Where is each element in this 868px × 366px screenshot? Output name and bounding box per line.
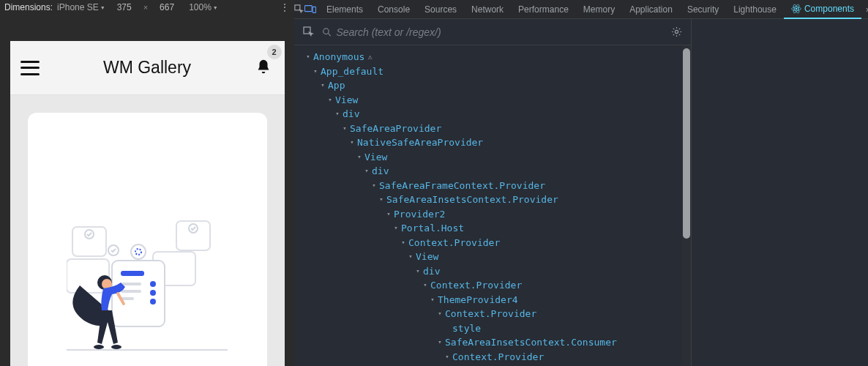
tab-label: Console [378, 4, 410, 15]
tab-lighthouse[interactable]: Lighthouse [726, 0, 784, 19]
tab-performance[interactable]: Performance [511, 0, 576, 19]
tab-application[interactable]: Application [622, 0, 680, 19]
tree-node-name: Provider2 [394, 207, 445, 222]
tree-node-name: Context.Provider [430, 278, 522, 293]
tree-caret-icon: ▾ [304, 50, 312, 64]
search-icon [322, 27, 332, 37]
tab-sources[interactable]: Sources [417, 0, 464, 19]
toggle-device-icon[interactable] [304, 0, 316, 19]
search-field[interactable] [322, 26, 663, 38]
hamburger-icon[interactable] [20, 61, 40, 75]
select-react-element-icon[interactable] [299, 22, 319, 42]
tab-components[interactable]: Components [784, 0, 861, 19]
tab-console[interactable]: Console [370, 0, 417, 19]
svg-point-16 [150, 299, 156, 305]
tree-node-name: Context.Provider [408, 236, 500, 250]
tree-node[interactable]: ▾Portal.Host [297, 221, 691, 236]
tree-node[interactable]: ▾View [297, 150, 691, 165]
tree-node[interactable]: ▾ThemeProvider4 [297, 293, 691, 307]
device-height-input[interactable]: 667 [152, 2, 182, 12]
svg-rect-1 [176, 221, 210, 250]
tree-node[interactable]: ▾div [297, 107, 691, 122]
tab-network[interactable]: Network [464, 0, 511, 19]
simulator-pane: WM Gallery 2 [0, 15, 294, 366]
tree-node-name: div [343, 107, 359, 122]
tree-caret-icon: ▾ [348, 135, 356, 150]
tree-caret-icon: ▾ [444, 350, 451, 365]
tab-label: Performance [518, 4, 569, 15]
tree-node[interactable]: ▾SafeAreaFrameContext.Provider [297, 179, 691, 193]
tree-caret-icon: ▾ [436, 335, 444, 350]
svg-point-14 [150, 281, 156, 287]
app-title: WM Gallery [103, 58, 191, 78]
zoom-select[interactable]: 100% ▼ [189, 2, 218, 12]
tree-caret-icon: ▾ [400, 236, 407, 250]
inspect-element-icon[interactable] [294, 0, 304, 19]
svg-rect-11 [121, 283, 141, 285]
tree-node[interactable]: ▾Anonymous⚠ [297, 50, 691, 64]
gear-icon[interactable] [666, 22, 686, 42]
tab-security[interactable]: Security [680, 0, 726, 19]
components-panel: ▾Anonymous⚠▾App_default▾App▾View▾div▾Saf… [294, 19, 691, 366]
notifications-button[interactable]: 2 [255, 58, 272, 78]
tree-caret-icon: ▾ [312, 64, 319, 79]
chevron-down-icon: ▼ [213, 5, 218, 10]
tree-node[interactable]: ▾SafeAreaInsetsContext.Consumer [297, 335, 691, 350]
svg-rect-10 [121, 271, 144, 276]
tree-caret-icon: ▾ [326, 93, 334, 108]
tree-caret-icon: ▾ [363, 164, 370, 179]
tree-node[interactable]: ▾App_default [297, 64, 691, 79]
scrollbar-thumb[interactable] [683, 48, 690, 239]
tree-caret-icon: ▾ [319, 78, 326, 93]
device-select[interactable]: iPhone SE ▼ [57, 2, 105, 12]
tree-node[interactable]: ▾Context.Provider [297, 350, 691, 365]
tree-caret-icon: ▾ [414, 264, 422, 279]
tree-caret-icon: ▾ [341, 122, 348, 136]
tree-caret-icon: ▾ [436, 307, 444, 321]
tab-elements[interactable]: Elements [319, 0, 370, 19]
tree-node[interactable]: ▾Provider2 [297, 207, 691, 222]
phone-frame: WM Gallery 2 [10, 41, 285, 366]
svg-point-15 [150, 290, 156, 296]
tab-label: Components [804, 4, 854, 14]
devtools-tabstrip: ElementsConsoleSourcesNetworkPerformance… [294, 0, 868, 19]
bell-icon [255, 58, 272, 75]
tree-node-name: Portal.Host [401, 221, 464, 236]
kebab-menu-icon[interactable]: ⋮ [280, 1, 290, 13]
tree-node[interactable]: ▾NativeSafeAreaProvider [297, 135, 691, 150]
tab-label: Network [471, 4, 504, 15]
tree-node-name: Context.Provider [445, 307, 536, 321]
search-input[interactable] [336, 26, 663, 38]
tree-node[interactable]: ▾Context.Provider [297, 307, 691, 321]
tree-caret-icon: ▾ [334, 107, 341, 122]
tree-node[interactable]: ▾SafeAreaProvider [297, 122, 691, 136]
tree-node-name: SafeAreaFrameContext.Provider [379, 179, 545, 193]
tree-node[interactable]: ▾View [297, 250, 691, 264]
device-toolbar: Dimensions: iPhone SE ▼ 375 × 667 100% ▼… [0, 0, 294, 15]
svg-point-25 [796, 7, 798, 10]
tree-caret-icon: ▾ [407, 250, 414, 264]
tree-node[interactable]: style [297, 321, 691, 336]
app-header: WM Gallery 2 [10, 41, 285, 95]
tree-node-name: style [452, 321, 481, 336]
tree-node[interactable]: ▾View [297, 93, 691, 108]
component-tree[interactable]: ▾Anonymous⚠▾App_default▾App▾View▾div▾Saf… [294, 45, 691, 366]
tree-node[interactable]: ▾div [297, 264, 691, 279]
tree-node[interactable]: ▾SafeAreaInsetsContext.Provider [297, 193, 691, 207]
tree-node[interactable]: ▾Context.Provider [297, 278, 691, 293]
dimensions-label: Dimensions: [4, 2, 53, 12]
tree-node[interactable]: ▾App [297, 78, 691, 93]
tree-caret-icon: ▾ [370, 179, 378, 193]
tree-node[interactable]: ▾Context.Provider [297, 236, 691, 250]
tab-memory[interactable]: Memory [576, 0, 622, 19]
components-toolbar [294, 19, 691, 45]
empty-state-card [28, 113, 267, 366]
tree-node-name: View [335, 93, 358, 108]
tree-node-name: App [328, 78, 345, 93]
empty-state-illustration [67, 206, 228, 360]
tree-node[interactable]: ▾div [297, 164, 691, 179]
tabs-overflow-icon[interactable]: » [861, 4, 868, 15]
svg-point-30 [323, 28, 329, 34]
svg-rect-7 [112, 261, 165, 326]
device-width-input[interactable]: 375 [110, 2, 139, 12]
